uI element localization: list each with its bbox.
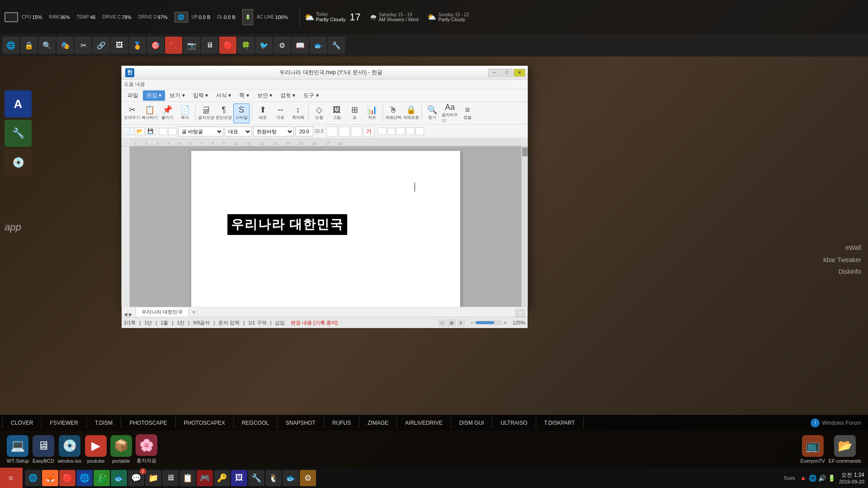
toolbar-obj-select[interactable]: 🖱 개체선택: [385, 103, 401, 123]
toolbar-image[interactable]: 🖼 그림: [329, 103, 345, 123]
shortcut-clover[interactable]: CLOVER: [2, 418, 42, 428]
dock-app-youtube[interactable]: ▶ youtube: [85, 435, 107, 464]
menu-review[interactable]: 검토 ▾: [277, 90, 299, 101]
menu-input[interactable]: 입력 ▾: [189, 90, 212, 101]
bold-btn[interactable]: 가: [326, 127, 338, 136]
toolbar-style[interactable]: S 스타일: [233, 103, 250, 123]
tab-nav-prev[interactable]: ◀: [124, 312, 127, 317]
taskbar-btn-11[interactable]: 🎮: [197, 470, 213, 486]
print-icon[interactable]: 🖨: [159, 128, 167, 135]
dock-app-everyontv[interactable]: 📺 EveryonTV: [800, 435, 825, 464]
toolbar-format-copy[interactable]: 📄 복사: [177, 103, 193, 123]
settings-btn[interactable]: ⚙: [274, 37, 291, 54]
toolbar-replace[interactable]: Aa 글자바꾸기: [442, 103, 458, 123]
scissors-btn[interactable]: ✂: [75, 37, 92, 54]
taskbar-btn-14[interactable]: 🔧: [248, 470, 264, 486]
align-right-btn[interactable]: ☰: [396, 127, 405, 135]
toolbar-copy[interactable]: 📋 복사하기: [142, 103, 158, 123]
align-left-btn[interactable]: ☰: [377, 127, 387, 135]
taskbar-btn-8[interactable]: 📁: [145, 470, 161, 486]
toolbar-find[interactable]: 🔍 찾기: [424, 103, 440, 123]
desktop-icon-a[interactable]: A: [5, 90, 32, 117]
hwp-close-btn[interactable]: ✕: [514, 69, 525, 77]
toolbar-shape[interactable]: ◇ 도형: [311, 103, 327, 123]
shortcut-tdism[interactable]: T.DISM: [87, 418, 121, 428]
zoom-slider[interactable]: [475, 321, 502, 324]
font-name-select[interactable]: 한컴바탕: [253, 127, 294, 136]
search-btn[interactable]: 🔍: [38, 37, 56, 54]
menu-edit[interactable]: 편집 ▾: [143, 90, 165, 101]
toolbar-table[interactable]: ⊞ 표: [346, 103, 363, 123]
shortcut-rufus[interactable]: RUFUS: [324, 418, 359, 428]
font-size-input[interactable]: [295, 127, 313, 136]
menu-tools[interactable]: 도구 ▾: [300, 90, 322, 101]
shortcut-ultraiso[interactable]: ULTRAISO: [492, 418, 536, 428]
hwp-maximize-btn[interactable]: □: [501, 69, 513, 77]
dock-app-easybcd[interactable]: 🖥 EasyBCD: [33, 435, 54, 464]
menu-security[interactable]: 보안 ▾: [254, 90, 276, 101]
font-family-select[interactable]: 굴 바탕굴: [178, 127, 223, 136]
underline-btn[interactable]: 가: [351, 127, 362, 136]
shortcut-regcool[interactable]: REGCOOL: [234, 418, 278, 428]
hwp-help-close[interactable]: ✕: [522, 82, 525, 87]
taskbar-btn-5[interactable]: 🐉: [94, 470, 110, 486]
badge-btn[interactable]: 🏅: [129, 37, 146, 54]
tab-nav-next[interactable]: ▶: [129, 312, 132, 317]
toolbar-sort[interactable]: ≡ 정렬: [459, 103, 476, 123]
hwp-tab-doc[interactable]: 우리나라 대한민국: [136, 307, 189, 317]
cam-btn[interactable]: 📷: [183, 37, 200, 54]
new-doc-icon[interactable]: 📄: [124, 127, 134, 135]
toolbar-margin[interactable]: ↕ 쪽여백: [290, 103, 306, 123]
toolbar-paste[interactable]: 📌 붙이기: [159, 103, 175, 123]
toolbar-vertical[interactable]: ⬆ 세로: [255, 103, 271, 123]
start-button[interactable]: ⊙: [0, 468, 23, 488]
taskbar-btn-15[interactable]: 🐧: [265, 470, 282, 486]
taskbar-btn-7[interactable]: 💬 2: [128, 470, 144, 486]
menu-view[interactable]: 보기 ▾: [166, 90, 188, 101]
desktop-icon-disk[interactable]: 💿: [5, 149, 32, 176]
toolbar-para-style[interactable]: ¶ 문단모양: [216, 103, 232, 123]
hwp-tab-add[interactable]: +: [189, 308, 198, 317]
zoom-out-btn[interactable]: ─: [471, 320, 474, 325]
preview-icon[interactable]: 👁: [168, 128, 177, 135]
toolbar-cut[interactable]: ✂ 오려두기: [124, 103, 140, 123]
shortcut-photoscape[interactable]: PHOTOSCAPE: [121, 418, 175, 428]
menu-format[interactable]: 서식 ▾: [212, 90, 235, 101]
target-btn[interactable]: 🎯: [147, 37, 164, 54]
dock-app-wt-setup[interactable]: 💻 WT-Setup: [7, 435, 29, 464]
view-normal-btn[interactable]: □: [439, 319, 446, 326]
dock-app-windos-iso[interactable]: 💿 windos-iso: [58, 435, 81, 464]
red-btn[interactable]: 🚫: [165, 37, 182, 54]
taskbar-btn-10[interactable]: 📋: [179, 470, 196, 486]
toolbar-char-style[interactable]: 글 글자모양: [198, 103, 214, 123]
taskbar-btn-6[interactable]: 🐟: [111, 470, 127, 486]
img-btn[interactable]: 🖼: [111, 37, 128, 54]
shortcut-dism-gui[interactable]: DISM GUI: [451, 418, 493, 428]
scrollbar-thumb[interactable]: [522, 147, 528, 156]
hwp-page-area[interactable]: 우리나라 대한민국: [130, 146, 521, 307]
app2-btn[interactable]: 🎭: [57, 37, 74, 54]
strikethrough-btn[interactable]: 가: [363, 127, 374, 136]
taskbar-btn-1[interactable]: 🌐: [25, 470, 41, 486]
toolbar-chart[interactable]: 📊 차트: [364, 103, 380, 123]
bird-btn[interactable]: 🐦: [255, 37, 273, 54]
distribute-btn[interactable]: ⊟: [415, 127, 424, 135]
align-center-btn[interactable]: ≡: [387, 128, 395, 135]
view-web-btn[interactable]: ⊞: [448, 319, 456, 326]
align-justify-btn[interactable]: ≣: [406, 127, 415, 135]
hwp-minimize-btn[interactable]: ─: [488, 69, 500, 77]
monitor2-btn[interactable]: 🖥: [201, 37, 218, 54]
save-doc-icon[interactable]: 💾: [146, 127, 156, 135]
shortcut-photoscapex[interactable]: PHOTOSCAPEX: [176, 418, 234, 428]
shortcut-airlivedrive[interactable]: AIRLIVEDRIVE: [397, 418, 451, 428]
menu-page[interactable]: 쪽 ▾: [236, 90, 252, 101]
shortcut-snapshot[interactable]: SNAPSHOT: [278, 418, 324, 428]
hwp-scrollbar-right[interactable]: [521, 146, 528, 307]
leaf-btn[interactable]: 🍀: [237, 37, 255, 54]
taskbar-btn-16[interactable]: 🐟: [283, 470, 299, 486]
dock-app-portable[interactable]: 📦 portable: [110, 435, 132, 464]
view-outline-btn[interactable]: ≡: [458, 319, 465, 326]
hwp-help-toggle[interactable]: ▼: [516, 82, 521, 87]
shortcut-zimage[interactable]: ZIMAGE: [359, 418, 397, 428]
link-btn[interactable]: 🔗: [93, 37, 110, 54]
